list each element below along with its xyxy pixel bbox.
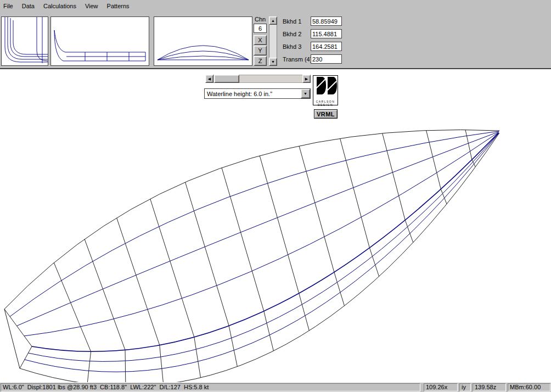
bkhd3-field[interactable] (311, 42, 342, 51)
status-z-coordinate: 139.58z (473, 383, 506, 391)
rotation-scrollbar[interactable]: ◀ ▶ (205, 75, 311, 83)
menu-patterns[interactable]: Patterns (103, 1, 134, 11)
hull-wireframe (0, 69, 551, 382)
up-arrow-icon: ▲ (271, 19, 275, 23)
menu-file[interactable]: File (1, 1, 18, 11)
body-plan-drawing (2, 17, 48, 65)
menu-data[interactable]: Data (18, 1, 39, 11)
vrml-button[interactable]: VRML (314, 109, 338, 119)
chn-label: Chn (255, 16, 266, 23)
status-x-coordinate: 109.26x (424, 383, 458, 391)
bkhd3-label: Bkhd 3 (283, 43, 301, 50)
plan-view-drawing (154, 17, 252, 65)
menu-bar: File Data Calculations View Patterns (0, 0, 551, 12)
menu-view[interactable]: View (81, 1, 103, 11)
status-bar: WL:6.0" Displ:1801 lbs @28.90 ft3 CB:118… (0, 382, 551, 392)
waterline-height-value: Waterline height: 6.0 in." (205, 91, 301, 97)
scroll-right-button[interactable]: ▶ (302, 75, 311, 83)
logo-glyphs (313, 76, 338, 98)
transom-field[interactable] (311, 54, 342, 64)
plan-view-preview[interactable] (154, 16, 252, 66)
bkhd2-label: Bkhd 2 (283, 31, 301, 37)
bkhd1-label: Bkhd 1 (283, 18, 301, 25)
bkhd2-field[interactable] (311, 29, 342, 38)
profile-preview[interactable] (50, 16, 149, 66)
top-panel: File Data Calculations View Patterns (0, 0, 551, 69)
left-arrow-icon: ◀ (208, 77, 211, 81)
status-mbm: MBm:60.00 (508, 383, 550, 391)
axis-x-button[interactable]: X (254, 35, 267, 45)
bkhd1-field[interactable] (311, 16, 342, 26)
status-hydrostatics: WL:6.0" Displ:1801 lbs @28.90 ft3 CB:118… (1, 383, 420, 391)
body-plan-preview[interactable] (1, 16, 48, 66)
down-arrow-icon: ▼ (271, 60, 275, 64)
dropdown-arrow-button[interactable]: ▼ (301, 89, 310, 98)
spinner-up-button[interactable]: ▲ (269, 16, 277, 25)
waterline-height-dropdown[interactable]: Waterline height: 6.0 in." ▼ (204, 88, 311, 99)
profile-drawing (51, 17, 149, 65)
status-iy: iy (459, 383, 471, 391)
transom-label: Transm (4) (283, 56, 312, 63)
spinner-down-button[interactable]: ▼ (269, 58, 277, 66)
logo-text-line2: DESIGN (313, 103, 338, 107)
scroll-left-button[interactable]: ◀ (205, 75, 213, 83)
menu-calculations[interactable]: Calculations (39, 1, 81, 11)
axis-y-button[interactable]: Y (254, 46, 267, 55)
hull-viewport[interactable]: ◀ ▶ Waterline height: 6.0 in." ▼ CARLSON… (0, 69, 551, 382)
chn-input[interactable] (254, 24, 267, 33)
scrollbar-thumb[interactable] (214, 75, 239, 83)
right-arrow-icon: ▶ (305, 77, 308, 81)
carlson-design-logo: CARLSON DESIGN (313, 75, 338, 105)
dropdown-arrow-icon: ▼ (303, 92, 307, 96)
axis-z-button[interactable]: Z (254, 56, 267, 66)
chn-spinner[interactable]: ▲ ▼ (269, 16, 277, 66)
